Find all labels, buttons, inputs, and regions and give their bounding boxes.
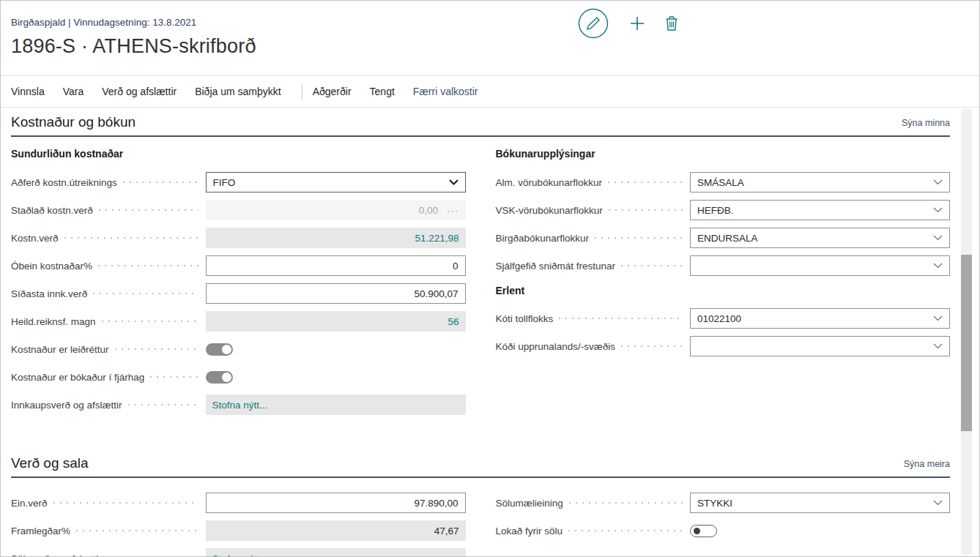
- tariff-number-lookup[interactable]: 01022100: [690, 308, 950, 329]
- field-label: Sölumælieining: [496, 498, 563, 509]
- field-row: Alm. vörubókunarflokkur SMÁSALA: [496, 172, 951, 192]
- unit-price-input[interactable]: 97.890,00: [206, 493, 466, 513]
- action-menubar: Vinnsla Vara Verð og afslættir Biðja um …: [1, 76, 979, 108]
- dotted-leader: [559, 318, 683, 319]
- total-calc-qty-field[interactable]: 56: [206, 311, 466, 332]
- field-value: 0: [453, 261, 459, 272]
- gen-prod-posting-group-lookup[interactable]: SMÁSALA: [690, 172, 950, 192]
- field-row: Heild.reiknsf. magn 56: [11, 311, 466, 332]
- toggle-knob: [222, 345, 231, 354]
- menu-item-vara[interactable]: Vara: [63, 86, 84, 97]
- cost-section-header: Kostnaður og bókun Sýna minna: [11, 108, 950, 137]
- foreign-trade-heading: Erlent: [496, 285, 951, 299]
- field-label: Kostnaður er bókaður í fjárhag: [11, 372, 144, 383]
- toggle-knob: [694, 528, 700, 534]
- cost-breakdown-column: Sundurliðun kostnaðar Aðferð kostn.útrei…: [11, 148, 466, 422]
- delete-button[interactable]: [664, 15, 679, 34]
- field-label: Aðferð kostn.útreiknings: [11, 177, 117, 188]
- item-card-page: Birgðaspjald | Vinnudagsetning: 13.8.202…: [0, 0, 980, 557]
- field-row: Birgðabókunarflokkur ENDURSALA: [496, 228, 951, 248]
- menu-item-tengt[interactable]: Tengt: [370, 86, 395, 97]
- field-value: 0,00: [419, 205, 438, 216]
- show-less-link[interactable]: Sýna minna: [902, 118, 950, 130]
- chevron-down-icon: [933, 343, 943, 349]
- field-value: SMÁSALA: [697, 177, 744, 188]
- sales-blocked-toggle[interactable]: [690, 525, 717, 537]
- menu-item-vinnsla[interactable]: Vinnsla: [11, 86, 45, 97]
- field-label: Söluverð og afslættir: [11, 553, 102, 557]
- edit-button[interactable]: [576, 7, 610, 42]
- field-label: Staðlað kostn.verð: [11, 205, 93, 216]
- assist-edit-ellipsis-icon[interactable]: ···: [447, 205, 459, 216]
- menu-item-bidja-um-samthykkt[interactable]: Biðja um samþykkt: [195, 86, 281, 97]
- field-label: VSK-vörubókunarflokkur: [496, 205, 603, 216]
- vertical-scrollbar[interactable]: [961, 109, 972, 555]
- dotted-leader: [609, 209, 683, 211]
- field-row: Síðasta innk.verð 50.900,07: [11, 283, 466, 304]
- price-section: Verð og sala Sýna meira Ein.verð 97.890,…: [11, 449, 950, 557]
- dotted-leader: [569, 502, 683, 504]
- price-section-title[interactable]: Verð og sala: [11, 455, 89, 471]
- field-label: Kostn.verð: [11, 233, 59, 244]
- field-label: Innkaupsverð og afslættir: [11, 400, 122, 411]
- field-label: Síðasta innk.verð: [11, 288, 87, 299]
- last-direct-cost-input[interactable]: 50.900,07: [206, 283, 466, 304]
- cost-breakdown-heading: Sundurliðun kostnaðar: [11, 148, 466, 162]
- chevron-down-icon: [449, 179, 459, 185]
- cost-section-title[interactable]: Kostnaður og bókun: [11, 114, 136, 130]
- field-label: Framlegðar%: [11, 526, 70, 537]
- price-left-column: Ein.verð 97.890,00 Framlegðar% 47,67: [11, 493, 466, 557]
- toggle-cell: [690, 520, 950, 541]
- vat-prod-posting-group-lookup[interactable]: HEFÐB.: [690, 200, 950, 220]
- chevron-down-icon: [933, 500, 943, 506]
- posting-details-heading: Bókunarupplýsingar: [496, 148, 951, 162]
- create-new-link[interactable]: Stofna nýtt...: [212, 553, 268, 557]
- inventory-posting-group-lookup[interactable]: ENDURSALA: [690, 228, 950, 248]
- field-row: Ein.verð 97.890,00: [11, 493, 466, 513]
- indirect-cost-percent-input[interactable]: 0: [206, 255, 466, 276]
- dotted-leader: [621, 345, 683, 347]
- field-row: Kóti tollflokks 01022100: [496, 308, 951, 329]
- breadcrumb[interactable]: Birgðaspjald | Vinnudagsetning: 13.8.202…: [11, 17, 969, 28]
- field-label: Kostnaður er leiðréttur: [11, 344, 109, 355]
- field-row: Staðlað kostn.verð 0,00 ···: [11, 200, 466, 220]
- menu-item-faerri-valkostir[interactable]: Færri valkostir: [413, 86, 478, 97]
- field-label: Birgðabókunarflokkur: [496, 233, 590, 244]
- header-actions: [576, 7, 679, 42]
- costing-method-select[interactable]: FIFO: [206, 172, 466, 192]
- posting-details-column: Bókunarupplýsingar Alm. vörubókunarflokk…: [496, 148, 951, 422]
- add-button[interactable]: [628, 14, 647, 35]
- dotted-leader: [123, 182, 198, 183]
- field-label: Kóði upprunalands/-svæðis: [496, 341, 616, 352]
- field-value: HEFÐB.: [697, 205, 734, 216]
- field-row: Kostn.verð 51.221,98: [11, 228, 466, 248]
- cost-adjusted-toggle[interactable]: [206, 343, 233, 356]
- field-label: Lokað fyrir sölu: [496, 526, 563, 537]
- field-row: VSK-vörubókunarflokkur HEFÐB.: [496, 200, 951, 220]
- sales-unit-of-measure-lookup[interactable]: STYKKI: [690, 493, 950, 513]
- field-value: ENDURSALA: [697, 233, 758, 244]
- dotted-leader: [53, 502, 198, 504]
- field-row: Innkaupsverð og afslættir Stofna nýtt...: [11, 395, 466, 415]
- field-row: Framlegðar% 47,67: [11, 520, 466, 541]
- create-new-link[interactable]: Stofna nýtt...: [212, 400, 268, 411]
- field-row: Kóði upprunalands/-svæðis: [496, 336, 951, 356]
- show-more-link[interactable]: Sýna meira: [904, 459, 950, 471]
- field-value[interactable]: 56: [448, 316, 459, 327]
- country-of-origin-lookup[interactable]: [690, 336, 950, 356]
- menu-item-verd-og-afslaettir[interactable]: Verð og afslættir: [102, 86, 177, 97]
- field-row: Kostnaður er leiðréttur: [11, 339, 466, 359]
- default-deferral-template-lookup[interactable]: [690, 255, 950, 276]
- menu-item-adgerdir[interactable]: Aðgerðir: [313, 86, 352, 97]
- purchase-prices-discounts-link[interactable]: Stofna nýtt...: [206, 395, 466, 415]
- unit-cost-field[interactable]: 51.221,98: [206, 228, 466, 248]
- pencil-circle-icon: [576, 7, 610, 42]
- field-value[interactable]: 51.221,98: [415, 233, 459, 244]
- field-label: Heild.reiknsf. magn: [11, 316, 96, 327]
- sales-prices-discounts-link[interactable]: Stofna nýtt...: [206, 548, 466, 557]
- scrollbar-thumb[interactable]: [961, 255, 972, 431]
- field-row: Lokað fyrir sölu: [496, 520, 951, 541]
- cost-posted-to-gl-toggle[interactable]: [206, 371, 233, 384]
- field-value: 50.900,07: [414, 288, 458, 299]
- field-row: Sölumælieining STYKKI: [496, 493, 951, 513]
